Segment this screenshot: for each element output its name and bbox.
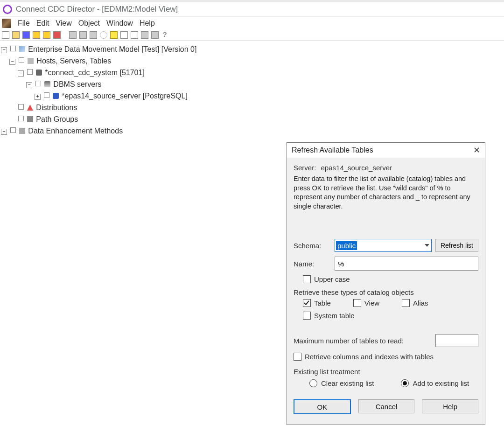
tree-node-epas[interactable]: *epas14_source_server [PostgreSQL] xyxy=(35,90,503,102)
schema-value: public xyxy=(336,241,357,250)
tree-hosts-label: Hosts, Servers, Tables xyxy=(36,57,111,65)
tree-node-root[interactable]: Enterprise Data Movement Model [Test] [V… xyxy=(1,43,503,125)
option-system-table-label: System table xyxy=(314,312,355,320)
max-tables-label: Maximum number of tables to read: xyxy=(294,337,404,345)
checkbox-icon xyxy=(303,275,311,283)
radio-icon xyxy=(401,379,409,387)
option-alias-checkbox[interactable]: Alias xyxy=(402,299,428,307)
tool-printpreview-icon[interactable] xyxy=(151,31,159,39)
tree-node-paths[interactable]: Path Groups xyxy=(9,113,503,125)
app-icon xyxy=(3,5,12,14)
server-value: epas14_source_server xyxy=(321,164,392,172)
tool-prop-icon[interactable] xyxy=(120,31,128,39)
tree-node-enhancement[interactable]: Data Enhancement Methods xyxy=(1,125,503,137)
radio-icon xyxy=(309,379,317,387)
option-alias-label: Alias xyxy=(413,299,428,307)
menu-file[interactable]: File xyxy=(18,19,30,28)
tool-model-icon[interactable] xyxy=(33,31,40,39)
menu-edit[interactable]: Edit xyxy=(36,19,49,28)
model-icon xyxy=(19,46,25,52)
tool-flag-icon[interactable] xyxy=(131,31,138,39)
tool-caution-icon[interactable] xyxy=(110,31,118,39)
tool-open-icon[interactable] xyxy=(12,31,20,39)
tree-node-dbms[interactable]: DBMS servers *epas14_source_server [Post… xyxy=(26,78,503,102)
tree-epas-label: *epas14_source_server [PostgreSQL] xyxy=(62,92,187,100)
hosts-icon xyxy=(28,58,34,64)
check-icon[interactable] xyxy=(10,127,16,133)
tool-copy-icon[interactable] xyxy=(79,31,87,39)
option-table-label: Table xyxy=(314,299,331,307)
ok-button[interactable]: OK xyxy=(294,399,351,414)
twisty-icon[interactable] xyxy=(1,47,7,53)
mascot-icon xyxy=(2,19,11,28)
refresh-list-button[interactable]: Refresh list xyxy=(435,239,478,252)
enhancement-icon xyxy=(19,128,25,134)
server-icon xyxy=(36,70,42,76)
check-icon[interactable] xyxy=(10,46,16,51)
window-titlebar: Connect CDC Director - [EDMM2:Model View… xyxy=(0,0,504,17)
tree-node-distributions[interactable]: Distributions xyxy=(9,102,503,113)
tree-root-label: Enterprise Data Movement Model [Test] [V… xyxy=(28,45,196,53)
dbms-icon xyxy=(44,81,50,87)
tree-node-hosts[interactable]: Hosts, Servers, Tables *connect_cdc_syst… xyxy=(9,55,503,102)
tree-node-cdc-system[interactable]: *connect_cdc_system [51701] DBMS servers xyxy=(18,67,503,102)
tree-dbms-label: DBMS servers xyxy=(53,80,101,88)
retrieve-title: Retrieve these types of catalog objects xyxy=(294,288,478,296)
tree-view: Enterprise Data Movement Model [Test] [V… xyxy=(0,41,504,137)
menu-view[interactable]: View xyxy=(56,19,71,28)
check-icon[interactable] xyxy=(44,92,49,98)
option-view-label: View xyxy=(364,299,379,307)
tool-print-icon[interactable] xyxy=(141,31,148,39)
dialog-title: Refresh Available Tables xyxy=(292,146,373,154)
tool-delete-icon[interactable] xyxy=(53,31,61,39)
name-input[interactable] xyxy=(335,257,478,271)
retrieve-columns-label: Retrieve columns and indexes with tables xyxy=(305,353,434,361)
check-icon[interactable] xyxy=(35,81,41,86)
server-label: Server: xyxy=(294,164,316,172)
tool-new-icon[interactable] xyxy=(2,31,9,39)
twisty-icon[interactable] xyxy=(18,70,24,77)
tool-help-icon[interactable]: ? xyxy=(161,32,168,38)
check-icon[interactable] xyxy=(27,69,33,75)
dialog-instructions: Enter data to filter the list of availab… xyxy=(294,174,478,211)
check-icon[interactable] xyxy=(18,104,24,110)
menu-object[interactable]: Object xyxy=(78,19,100,28)
radio-add-existing[interactable]: Add to existing list xyxy=(401,379,469,387)
tool-paste-icon[interactable] xyxy=(90,31,97,39)
name-label: Name: xyxy=(294,260,331,268)
radio-clear-label: Clear existing list xyxy=(321,379,374,387)
tool-cut-icon[interactable] xyxy=(69,31,77,39)
retrieve-columns-checkbox[interactable]: Retrieve columns and indexes with tables xyxy=(294,353,434,361)
check-icon[interactable] xyxy=(18,116,24,121)
checkbox-icon xyxy=(303,299,311,307)
radio-add-label: Add to existing list xyxy=(413,379,469,387)
checkbox-icon xyxy=(294,353,301,361)
option-view-checkbox[interactable]: View xyxy=(353,299,379,307)
twisty-icon[interactable] xyxy=(9,59,15,65)
tool-find-icon[interactable] xyxy=(100,31,107,39)
schema-label: Schema: xyxy=(294,242,331,250)
menu-window[interactable]: Window xyxy=(106,19,133,28)
existing-list-title: Existing list treatment xyxy=(294,368,478,376)
upper-case-label: Upper case xyxy=(314,275,350,283)
twisty-icon[interactable] xyxy=(1,129,7,135)
option-system-table-checkbox[interactable]: System table xyxy=(303,312,355,320)
chevron-down-icon[interactable] xyxy=(425,244,429,247)
radio-clear-existing[interactable]: Clear existing list xyxy=(309,379,374,387)
schema-combobox[interactable]: public xyxy=(335,239,432,252)
close-icon[interactable]: ✕ xyxy=(473,146,480,154)
upper-case-checkbox[interactable]: Upper case xyxy=(303,275,350,283)
checkbox-icon xyxy=(402,299,410,307)
option-table-checkbox[interactable]: Table xyxy=(303,299,331,307)
twisty-icon[interactable] xyxy=(35,94,41,100)
menu-help[interactable]: Help xyxy=(140,19,155,28)
tool-model2-icon[interactable] xyxy=(43,31,50,39)
tree-dist-label: Distributions xyxy=(36,104,77,111)
tree-enh-label: Data Enhancement Methods xyxy=(28,127,123,135)
help-button[interactable]: Help xyxy=(422,399,478,413)
twisty-icon[interactable] xyxy=(26,82,32,88)
tool-save-icon[interactable] xyxy=(22,31,30,39)
max-tables-input[interactable] xyxy=(435,334,478,347)
check-icon[interactable] xyxy=(19,57,24,63)
cancel-button[interactable]: Cancel xyxy=(358,399,415,413)
